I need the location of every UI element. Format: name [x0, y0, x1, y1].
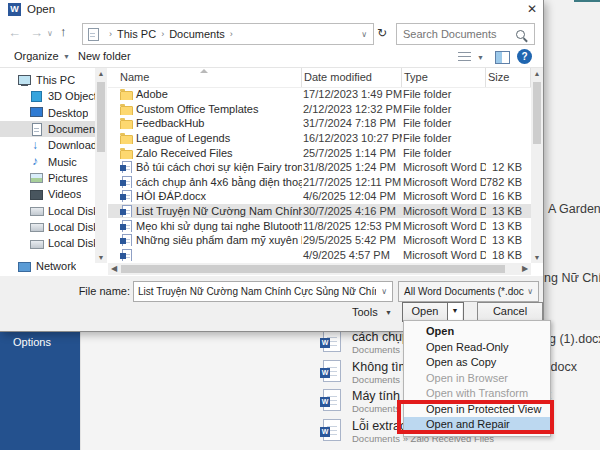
sidebar-item[interactable]: Local Disk (C:) — [0, 202, 95, 218]
sidebar-item-label: Local Disk (D:) — [48, 221, 95, 233]
file-icon — [120, 103, 132, 115]
forward-button[interactable]: → — [30, 26, 43, 39]
scroll-right-icon[interactable]: ▶ — [519, 263, 531, 275]
file-name: Những siêu phẩm đam mỹ xuyên không ... — [136, 234, 302, 246]
scrollbar-thumb[interactable] — [121, 265, 505, 273]
sidebar-item[interactable]: Documents — [0, 121, 95, 137]
chevron-down-icon[interactable]: ∨ — [524, 287, 538, 296]
file-name: Bỏ túi cách chơi sự kiện Fairy trong Gro… — [136, 161, 302, 173]
view-dropdown-icon[interactable]: ▼ — [477, 54, 484, 61]
file-date: 11/8/2025 12:53 PM — [302, 220, 402, 232]
file-name-combo[interactable]: ∨ — [133, 281, 393, 302]
cancel-button[interactable]: Cancel — [477, 302, 543, 322]
breadcrumb-separator: › — [225, 29, 238, 39]
sidebar-item[interactable]: Local Disk (E:) — [0, 235, 95, 251]
file-size: 12 KB — [486, 161, 531, 173]
file-list: Adobe 17/12/2023 1:49 PM File folder Cus… — [108, 87, 531, 262]
list-horizontal-scrollbar[interactable]: ◀ ▶ — [108, 263, 531, 275]
tools-button[interactable]: Tools — [352, 306, 378, 318]
window-title: Open — [27, 3, 55, 15]
scroll-down-icon[interactable]: ▼ — [531, 254, 543, 261]
new-folder-button[interactable]: New folder — [78, 50, 131, 62]
preview-pane-icon[interactable] — [495, 51, 510, 64]
table-row[interactable]: HỎI ĐÁP.docx 4/6/2025 12:04 PM Microsoft… — [108, 189, 531, 204]
file-name: Zalo Received Files — [136, 147, 233, 159]
address-bar[interactable]: › This PC › Documents › ∨ — [82, 23, 374, 45]
breadcrumb-separator: › — [156, 29, 169, 39]
sidebar-item[interactable]: Videos — [0, 186, 95, 202]
menu-item[interactable]: Open — [404, 324, 550, 340]
table-row[interactable]: List Truyện Nữ Cường Nam Chính Cực S... … — [108, 204, 531, 219]
file-type: Microsoft Word D... — [402, 249, 486, 261]
column-header-type[interactable]: Type — [402, 68, 486, 87]
scroll-up-icon[interactable]: ▲ — [95, 70, 107, 77]
table-row[interactable]: cách chụp ảnh 4x6 bằng điện thoại Sams..… — [108, 175, 531, 190]
search-box[interactable] — [396, 23, 535, 45]
open-button[interactable]: Open — [403, 303, 447, 321]
sidebar-item-icon — [30, 171, 43, 184]
file-type: File folder — [402, 103, 486, 115]
scroll-down-icon[interactable]: ▼ — [95, 254, 107, 261]
change-view-icon[interactable] — [458, 52, 471, 62]
tools-dropdown-icon[interactable]: ▼ — [385, 309, 392, 316]
chevron-down-icon[interactable]: ∨ — [378, 287, 392, 296]
list-vertical-scrollbar[interactable]: ▲ ▼ — [531, 68, 543, 263]
file-icon — [120, 234, 132, 246]
file-date: 30/7/2025 4:16 PM — [302, 205, 402, 217]
word-document-icon — [323, 389, 341, 411]
sidebar-item[interactable]: Music — [0, 153, 95, 169]
table-row[interactable]: Adobe 17/12/2023 1:49 PM File folder — [108, 87, 531, 102]
menu-item[interactable]: Open in Browser — [404, 371, 550, 387]
scrollbar-thumb[interactable] — [97, 82, 105, 152]
sidebar-item-icon — [18, 74, 31, 87]
table-row[interactable]: Zalo Received Files 25/7/2025 1:14 PM Fi… — [108, 145, 531, 160]
sidebar-item-icon — [30, 123, 43, 136]
tree-scrollbar[interactable]: ▲ ▼ — [95, 68, 107, 263]
column-header-size[interactable]: Size — [486, 68, 531, 87]
backstage-options-item: Options — [13, 336, 51, 348]
table-row[interactable]: Những siêu phẩm đam mỹ xuyên không ... 2… — [108, 233, 531, 248]
menu-item[interactable]: Open Read-Only — [404, 340, 550, 356]
up-button[interactable]: ↑ — [60, 25, 67, 38]
address-dropdown-chevron[interactable]: ∨ — [361, 30, 373, 39]
recent-locations-chevron[interactable]: ∨ — [47, 29, 53, 38]
sidebar-item[interactable]: This PC — [0, 72, 95, 88]
sidebar-item[interactable]: Local Disk (D:) — [0, 219, 95, 235]
table-row[interactable]: League of Legends 16/12/2023 10:27 PM Fi… — [108, 131, 531, 146]
organize-dropdown-icon[interactable]: ▼ — [63, 53, 70, 60]
scroll-up-icon[interactable]: ▲ — [531, 70, 543, 77]
sidebar-item[interactable]: Downloads — [0, 137, 95, 153]
scroll-left-icon[interactable]: ◀ — [108, 263, 120, 275]
open-dropdown-icon[interactable]: ▼ — [447, 303, 462, 321]
back-button[interactable]: ← — [8, 26, 21, 39]
file-type-combo[interactable]: All Word Documents (*.docx;*. ∨ — [398, 281, 539, 302]
file-name-input[interactable] — [134, 285, 378, 298]
file-size: 782 KB — [486, 176, 531, 188]
table-row[interactable]: 4/9/2025 4:57 PM Microsoft Word D... 18 … — [108, 248, 531, 263]
breadcrumb-documents[interactable]: Documents — [169, 28, 225, 40]
sidebar-item[interactable]: Desktop — [0, 105, 95, 121]
sidebar-item[interactable]: Pictures — [0, 170, 95, 186]
sidebar-item[interactable]: 3D Objects — [0, 88, 95, 104]
menu-item[interactable]: Open as Copy — [404, 355, 550, 371]
table-row[interactable]: FeedbackHub 31/7/2024 7:18 PM File folde… — [108, 116, 531, 131]
annotation-highlight-box — [397, 400, 554, 434]
refresh-icon[interactable]: ↻ — [377, 26, 387, 40]
scrollbar-thumb[interactable] — [533, 82, 541, 144]
search-input[interactable] — [397, 27, 516, 41]
help-icon[interactable]: ? — [517, 49, 532, 64]
column-header-date[interactable]: Date modified — [302, 68, 402, 87]
sidebar-item-label: Music — [48, 156, 77, 168]
recent-file-path: Documents » — [352, 374, 409, 385]
table-row[interactable]: Mẹo khi sử dụng tai nghe Blutooth.docx 1… — [108, 218, 531, 233]
organize-button[interactable]: Organize — [14, 50, 59, 62]
open-split-button[interactable]: Open ▼ — [402, 302, 464, 322]
sidebar-item[interactable]: Network — [0, 258, 95, 274]
sidebar-item-label: Network — [36, 260, 76, 272]
table-row[interactable]: Custom Office Templates 2/12/2023 12:32 … — [108, 102, 531, 117]
breadcrumb-this-pc[interactable]: This PC — [117, 28, 156, 40]
close-button[interactable]: ✕ — [522, 1, 542, 18]
file-icon — [120, 161, 132, 173]
table-row[interactable]: Bỏ túi cách chơi sự kiện Fairy trong Gro… — [108, 160, 531, 175]
sidebar-item-icon — [30, 155, 43, 168]
